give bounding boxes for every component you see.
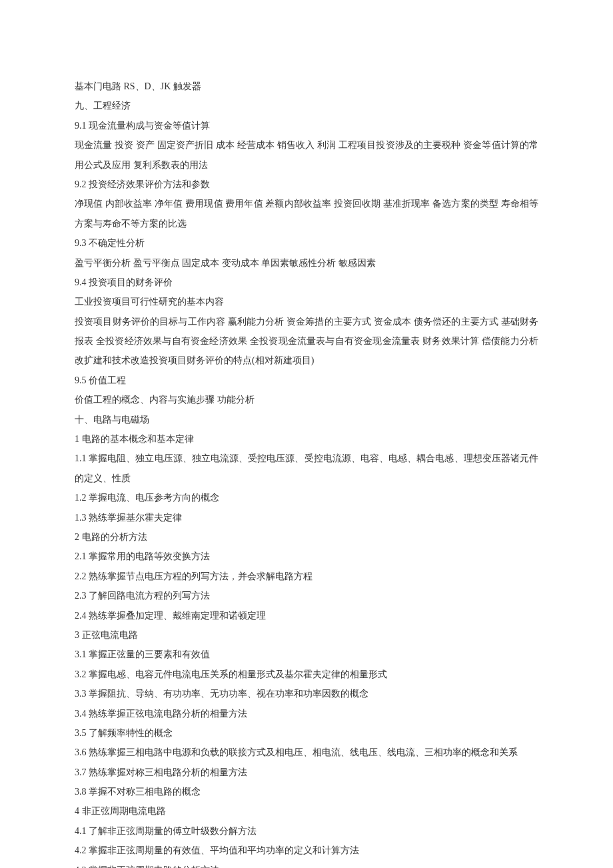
text-line: 3.6 熟练掌握三相电路中电源和负载的联接方式及相电压、相电流、线电压、线电流、… (75, 743, 538, 762)
text-line: 盈亏平衡分析 盈亏平衡点 固定成本 变动成本 单因素敏感性分析 敏感因素 (75, 253, 538, 273)
text-line: 3.1 掌握正弦量的三要素和有效值 (75, 645, 538, 664)
text-line: 9.3 不确定性分析 (75, 233, 538, 253)
text-line: 工业投资项目可行性研究的基本内容 (75, 292, 538, 311)
text-line: 1.2 掌握电流、电压参考方向的概念 (75, 488, 538, 507)
text-line: 现金流量 投资 资产 固定资产折旧 成本 经营成本 销售收入 利润 工程项目投资… (75, 135, 538, 175)
text-line: 9.4 投资项目的财务评价 (75, 273, 538, 292)
text-line: 2.3 了解回路电流方程的列写方法 (75, 586, 538, 605)
text-line: 9.2 投资经济效果评价方法和参数 (75, 175, 538, 194)
text-line: 3.4 熟练掌握正弦电流电路分析的相量方法 (75, 704, 538, 723)
text-line: 净现值 内部收益率 净年值 费用现值 费用年值 差额内部收益率 投资回收期 基准… (75, 194, 538, 233)
text-line: 1.3 熟练掌握基尔霍夫定律 (75, 508, 538, 527)
text-line: 2.1 掌握常用的电路等效变换方法 (75, 547, 538, 566)
text-line: 9.5 价值工程 (75, 371, 538, 390)
text-line: 9.1 现金流量构成与资金等值计算 (75, 116, 538, 135)
text-line: 3.2 掌握电感、电容元件电流电压关系的相量形式及基尔霍夫定律的相量形式 (75, 665, 538, 684)
text-line: 3.7 熟练掌握对称三相电路分析的相量方法 (75, 763, 538, 782)
document-body: 基本门电路 RS、D、JK 触发器九、工程经济9.1 现金流量构成与资金等值计算… (75, 77, 538, 868)
text-line: 3.8 掌握不对称三相电路的概念 (75, 782, 538, 801)
text-line: 价值工程的概念、内容与实施步骤 功能分析 (75, 390, 538, 409)
text-line: 4.3 掌握非正弦周期电路的分析方法 (75, 861, 538, 868)
text-line: 3.3 掌握阻抗、导纳、有功功率、无功功率、视在功率和功率因数的概念 (75, 684, 538, 703)
text-line: 2 电路的分析方法 (75, 527, 538, 547)
text-line: 2.2 熟练掌握节点电压方程的列写方法，并会求解电路方程 (75, 567, 538, 586)
text-line: 3 正弦电流电路 (75, 625, 538, 645)
text-line: 4.2 掌握非正弦周期量的有效值、平均值和平均功率的定义和计算方法 (75, 841, 538, 860)
text-line: 3.5 了解频率特性的概念 (75, 723, 538, 743)
text-line: 4.1 了解非正弦周期量的傅立叶级数分解方法 (75, 821, 538, 841)
text-line: 九、工程经济 (75, 96, 538, 115)
text-line: 基本门电路 RS、D、JK 触发器 (75, 77, 538, 96)
text-line: 十、电路与电磁场 (75, 410, 538, 429)
text-line: 1.1 掌握电阻、独立电压源、独立电流源、受控电压源、受控电流源、电容、电感、耦… (75, 449, 538, 488)
text-line: 2.4 熟练掌握叠加定理、戴维南定理和诺顿定理 (75, 606, 538, 625)
text-line: 4 非正弦周期电流电路 (75, 801, 538, 821)
text-line: 投资项目财务评价的目标与工作内容 赢利能力分析 资金筹措的主要方式 资金成本 债… (75, 312, 538, 371)
text-line: 1 电路的基本概念和基本定律 (75, 429, 538, 449)
